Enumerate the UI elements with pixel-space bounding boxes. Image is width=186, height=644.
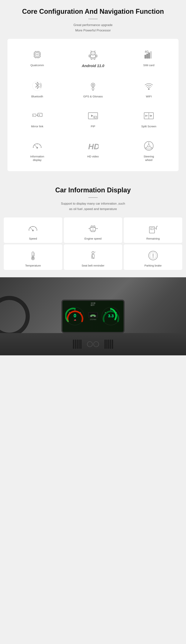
feature-item-hdvideo: HD HD video <box>65 134 121 168</box>
svg-line-61 <box>150 147 152 148</box>
svg-text:E: E <box>151 228 152 230</box>
svg-marker-46 <box>145 115 147 117</box>
feature-item-android: Android 11.0 <box>65 42 121 74</box>
feature-label-android: Android 11.0 <box>82 64 104 68</box>
svg-rect-43 <box>94 116 97 118</box>
svg-marker-42 <box>91 115 93 117</box>
svg-text:3.3: 3.3 <box>108 314 114 318</box>
car-info-item-seatbelt: Seat belt reminder <box>64 244 122 270</box>
rpm-gauge-svg: 3.3 <box>101 306 121 326</box>
dash-screen-inner: 10:08 80°F 0 <box>63 301 123 332</box>
car-silhouette <box>88 312 98 318</box>
speedometer2-icon <box>27 222 40 235</box>
feature-item-qualcomm: Qualcomm <box>9 42 65 74</box>
svg-line-20 <box>91 50 92 52</box>
svg-point-90 <box>92 252 94 254</box>
feature-card: Qualcomm <box>8 39 178 171</box>
svg-point-34 <box>92 84 94 86</box>
car-info-item-engine: Engine speed <box>64 218 122 243</box>
feature-label-bluetooth: Bluetooth <box>31 94 43 98</box>
car-info-label-parkingbrake: Parking brake <box>144 264 162 267</box>
wifi-icon <box>142 79 155 92</box>
dash-time: 10:08 80°F <box>91 302 95 306</box>
car-info-label-temperature: Temperature <box>25 264 41 267</box>
page-wrapper: Core Configuration And Navigation Functi… <box>0 0 186 355</box>
svg-line-50 <box>41 148 41 148</box>
svg-rect-24 <box>96 55 97 57</box>
svg-rect-28 <box>145 55 146 58</box>
feature-item-mirrorlink: Mirror link <box>9 104 65 134</box>
dashboard-section: 10:08 80°F 0 <box>0 277 186 355</box>
feature-item-wifi: WIFI <box>121 74 177 104</box>
parkingbrake-icon <box>146 249 159 262</box>
car-info-label-speed: Speed <box>29 237 37 240</box>
right-vents <box>105 340 113 349</box>
section-core-subtitle: Great performance upgrade More Powerful … <box>4 22 182 33</box>
section-core: Core Configuration And Navigation Functi… <box>0 0 186 180</box>
android-icon <box>86 48 100 61</box>
svg-marker-37 <box>33 115 34 116</box>
svg-point-105 <box>91 316 92 317</box>
console-area <box>0 333 186 355</box>
svg-line-21 <box>94 50 95 52</box>
feature-item-bluetooth: Bluetooth <box>9 74 65 104</box>
svg-text:4G: 4G <box>145 50 149 53</box>
section-core-title: Core Configuration And Navigation Functi… <box>4 8 182 16</box>
svg-rect-22 <box>90 55 96 58</box>
svg-marker-48 <box>150 115 152 117</box>
svg-line-62 <box>29 230 29 230</box>
car-info-label-engine: Engine speed <box>84 237 102 240</box>
svg-rect-29 <box>146 54 148 58</box>
feature-grid: Qualcomm <box>9 42 177 168</box>
gps-icon <box>86 79 100 92</box>
speed-gauge-svg: 0 🚗 <box>65 306 85 326</box>
svg-text:HD: HD <box>88 142 99 151</box>
feature-label-hdvideo: HD video <box>87 155 99 158</box>
svg-rect-76 <box>91 231 95 232</box>
section-car-info-title: Car Information Display <box>4 186 182 194</box>
svg-rect-85 <box>33 255 33 258</box>
car-info-item-temperature: Temperature <box>4 244 62 270</box>
svg-line-63 <box>37 230 37 230</box>
speed-gauge: 0 🚗 <box>65 306 85 326</box>
dashboard-bg: 10:08 80°F 0 <box>0 277 186 355</box>
feature-item-pip: PIP <box>65 104 121 134</box>
car-info-label-remaining: Remaining <box>146 237 160 240</box>
pip-icon <box>86 109 100 122</box>
svg-text:🚗: 🚗 <box>74 318 76 321</box>
center-controls <box>87 342 99 347</box>
svg-line-52 <box>40 145 40 145</box>
seatbelt-icon <box>86 249 100 262</box>
svg-text:0: 0 <box>73 313 76 318</box>
mirrorlink-icon <box>31 109 44 122</box>
steering-wheel-partial <box>0 296 30 337</box>
svg-point-98 <box>153 257 153 258</box>
rpm-gauge: 3.3 <box>101 306 121 326</box>
feature-label-qualcomm: Qualcomm <box>31 64 44 67</box>
title-divider-2 <box>88 198 98 198</box>
chip-icon <box>31 48 44 61</box>
feature-item-splitscreen: Split Screen <box>121 104 177 134</box>
svg-point-75 <box>97 228 98 229</box>
car-info-item-parkingbrake: Parking brake <box>124 244 182 270</box>
feature-label-pip: PIP <box>91 124 95 128</box>
feature-item-simcard: 4G SIM card <box>121 42 177 74</box>
feature-label-simcard: SIM card <box>143 64 154 67</box>
feature-item-gps: GPS & Glonass <box>65 74 121 104</box>
feature-label-splitscreen: Split Screen <box>141 124 156 128</box>
svg-rect-23 <box>89 55 90 57</box>
car-info-grid: Speed <box>4 218 182 270</box>
center-display: 17274mi <box>88 312 98 320</box>
distance-display: 17274mi <box>90 318 96 320</box>
svg-point-106 <box>94 316 95 317</box>
section-car-info: Car Information Display Support to displ… <box>0 180 186 277</box>
left-vents <box>73 340 81 349</box>
feature-item-steering: Steeringwheel <box>121 134 177 168</box>
svg-point-18 <box>92 52 92 53</box>
car-info-label-seatbelt: Seat belt reminder <box>82 264 105 267</box>
thermometer-icon <box>27 249 40 262</box>
feature-item-infodisplay: Informationdisplay <box>9 134 65 168</box>
svg-point-35 <box>148 88 149 90</box>
car-info-item-speed: Speed <box>4 218 62 243</box>
svg-point-19 <box>94 52 94 53</box>
